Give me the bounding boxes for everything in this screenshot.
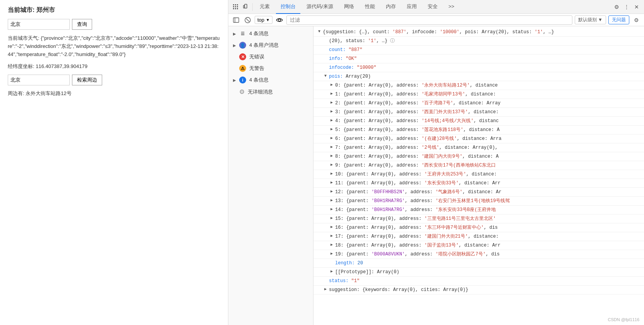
table-row[interactable]: ▶9: {parent: Array(0), address: '西长安街17号… bbox=[313, 161, 644, 170]
tab-performance[interactable]: 性能 bbox=[360, 0, 380, 14]
sidebar-item-errors[interactable]: ▶ ✕ 无错误 bbox=[228, 51, 313, 63]
mobile-icon[interactable] bbox=[242, 3, 250, 11]
sidebar-item-verbose[interactable]: ▶ ⚙ 无详细消息 bbox=[228, 86, 313, 98]
expand-btn[interactable]: ▶ bbox=[329, 109, 334, 114]
table-row[interactable]: ▶10: {parent: Array(0), address: '王府井大街2… bbox=[313, 170, 644, 179]
clear-console-icon[interactable] bbox=[243, 15, 252, 25]
left-panel: 当前城市: 郑州市 查询 当前城市天气: {"province":"北京","c… bbox=[0, 0, 228, 325]
tab-security[interactable]: 安全 bbox=[423, 0, 442, 14]
tab-network[interactable]: 网络 bbox=[339, 0, 359, 14]
settings-icon[interactable]: ⚙ bbox=[612, 3, 621, 11]
table-row[interactable]: ▶7: {parent: Array(0), address: '2号线', d… bbox=[313, 143, 644, 152]
city-query-button[interactable]: 查询 bbox=[72, 19, 92, 30]
more-icon[interactable]: ⋮ bbox=[622, 3, 631, 11]
nearby-input[interactable] bbox=[8, 75, 70, 85]
default-level-button[interactable]: 默认级别 ▼ bbox=[575, 15, 606, 24]
table-row[interactable]: ▶13: {parent: 'B0H1RHA7RG', address: '右安… bbox=[313, 197, 644, 206]
expand-btn[interactable]: ▶ bbox=[329, 224, 334, 230]
info-icon: i bbox=[239, 77, 246, 83]
console-text: 19: {parent: 'B000A8VUKN', address: '塔院小… bbox=[335, 251, 500, 258]
expand-btn[interactable]: ▶ bbox=[329, 189, 334, 194]
expand-btn[interactable]: ▶ bbox=[329, 91, 334, 96]
sidebar-item-user-messages[interactable]: ▶ 👤 4 条用户消息 bbox=[228, 39, 313, 51]
expand-btn[interactable]: ▶ bbox=[329, 251, 334, 256]
table-row[interactable]: ▶0: {parent: Array(0), address: '永外大街车站路… bbox=[313, 81, 644, 90]
sidebar-item-warnings[interactable]: ▶ ⚠ 无警告 bbox=[228, 63, 313, 74]
table-row[interactable]: ▼pois: Array(20) bbox=[313, 72, 644, 81]
table-row[interactable]: length: 20 bbox=[313, 259, 644, 268]
nearby-button[interactable]: 检索周边 bbox=[72, 75, 102, 85]
expand-btn[interactable]: ▶ bbox=[329, 100, 334, 105]
live-expression-icon[interactable] bbox=[275, 15, 284, 25]
expand-btn[interactable]: ▶ bbox=[329, 144, 334, 150]
table-row[interactable]: ▶17: {parent: Array(0), address: '建国门外大街… bbox=[313, 232, 644, 241]
table-row[interactable]: ▶1: {parent: Array(0), address: '毛家湾胡同甲1… bbox=[313, 90, 644, 99]
city-input[interactable] bbox=[8, 19, 70, 30]
tab-elements[interactable]: 元素 bbox=[255, 0, 274, 14]
console-text: 2: {parent: Array(0), address: '百子湾路7号',… bbox=[335, 100, 500, 107]
expand-btn[interactable]: ▶ bbox=[323, 286, 328, 292]
table-row[interactable]: ▶8: {parent: Array(0), address: '建国门内大街9… bbox=[313, 152, 644, 161]
console-text: 1: {parent: Array(0), address: '毛家湾胡同甲13… bbox=[335, 91, 496, 98]
table-row[interactable]: ▶[[Prototype]]: Array(0) bbox=[313, 268, 644, 277]
close-icon[interactable]: ✕ bbox=[632, 3, 641, 11]
table-row[interactable]: ▶19: {parent: 'B000A8VUKN', address: '塔院… bbox=[313, 250, 644, 259]
expand-btn[interactable]: ▶ bbox=[329, 126, 334, 132]
expand-btn[interactable]: ▶ bbox=[329, 206, 334, 212]
console-text: (20), status: '1', …} ⓘ bbox=[329, 37, 395, 44]
tab-memory[interactable]: 内存 bbox=[381, 0, 401, 14]
console-text: 4: {parent: Array(0), address: '14号线;4号线… bbox=[335, 117, 498, 124]
table-row[interactable]: infocode: "10000" bbox=[313, 63, 644, 72]
expand-btn[interactable]: ▶ bbox=[329, 117, 334, 123]
expand-btn[interactable]: ▶ bbox=[329, 171, 334, 176]
table-row[interactable]: status: "1" bbox=[313, 277, 644, 286]
table-row[interactable]: ▶18: {parent: Array(0), address: '国子监街13… bbox=[313, 241, 644, 250]
table-row[interactable]: ▶5: {parent: Array(0), address: '莲花池东路11… bbox=[313, 126, 644, 134]
expand-btn[interactable]: ▶ bbox=[329, 180, 334, 185]
sidebar-item-info[interactable]: ▶ i 4 条信息 bbox=[228, 74, 313, 86]
expand-btn[interactable]: ▶ bbox=[329, 135, 334, 141]
expand-btn[interactable]: ▶ bbox=[329, 162, 334, 167]
table-row[interactable]: count: "887" bbox=[313, 46, 644, 54]
expand-btn[interactable]: ▼ bbox=[317, 29, 322, 34]
tab-console[interactable]: 控制台 bbox=[276, 0, 300, 14]
console-settings-icon[interactable]: ⚙ bbox=[632, 15, 641, 25]
sidebar-toggle-icon[interactable] bbox=[231, 15, 241, 25]
expand-btn[interactable]: ▶ bbox=[329, 215, 334, 221]
table-row[interactable]: ▶11: {parent: Array(0), address: '东长安街33… bbox=[313, 179, 644, 188]
table-row[interactable]: ▶3: {parent: Array(0), address: '西直门外大街1… bbox=[313, 108, 644, 117]
table-row[interactable]: info: "OK" bbox=[313, 54, 644, 63]
table-row[interactable]: ▶6: {parent: Array(0), address: '(在建)28号… bbox=[313, 134, 644, 143]
expand-btn[interactable]: ▶ bbox=[329, 269, 334, 274]
table-row[interactable]: ▶12: {parent: 'B0FFHHBS2N', address: '气象… bbox=[313, 188, 644, 197]
table-row[interactable]: ▶suggestion: {keywords: Array(0), cities… bbox=[313, 286, 644, 294]
table-row[interactable]: ▶14: {parent: 'B0H1RHA7RG', address: '东长… bbox=[313, 206, 644, 214]
tab-more[interactable]: >> bbox=[444, 0, 459, 14]
table-row[interactable]: ▶16: {parent: Array(0), address: '东三环中路7… bbox=[313, 223, 644, 232]
table-row[interactable]: ▼{suggestion: {…}, count: '887', infocod… bbox=[313, 28, 644, 37]
inspect-icon[interactable] bbox=[231, 3, 240, 11]
expand-btn[interactable]: ▼ bbox=[323, 73, 328, 78]
tab-sources[interactable]: 源代码/来源 bbox=[302, 0, 338, 14]
table-row[interactable]: ▶15: {parent: Array(0), address: '三里屯路11… bbox=[313, 214, 644, 223]
no-issues-button[interactable]: 无问题 bbox=[608, 15, 629, 24]
console-text: 9: {parent: Array(0), address: '西长安街17号(… bbox=[335, 162, 496, 169]
console-text: infocode: "10000" bbox=[329, 64, 376, 71]
table-row[interactable]: ▶4: {parent: Array(0), address: '14号线;4号… bbox=[313, 117, 644, 126]
svg-rect-10 bbox=[243, 5, 245, 8]
expand-btn[interactable]: ▶ bbox=[329, 197, 334, 203]
console-text: 14: {parent: 'B0H1RHA7RG', address: '东长安… bbox=[335, 206, 496, 213]
sidebar-item-messages[interactable]: ▶ ☰ 4 条消息 bbox=[228, 28, 313, 39]
table-row[interactable]: ▶2: {parent: Array(0), address: '百子湾路7号'… bbox=[313, 99, 644, 108]
warning-icon: ⚠ bbox=[239, 65, 246, 72]
context-selector[interactable]: top ▼ bbox=[255, 16, 272, 24]
console-output[interactable]: ▼{suggestion: {…}, count: '887', infocod… bbox=[313, 26, 644, 325]
coord-label: 经纬度坐标: 116.407387,39.904179 bbox=[8, 63, 220, 70]
table-row[interactable]: (20), status: '1', …} ⓘ bbox=[313, 37, 644, 46]
expand-btn[interactable]: ▶ bbox=[329, 233, 334, 238]
expand-btn[interactable]: ▶ bbox=[329, 82, 334, 87]
tab-application[interactable]: 应用 bbox=[402, 0, 421, 14]
expand-btn[interactable]: ▶ bbox=[329, 242, 334, 247]
expand-btn[interactable]: ▶ bbox=[329, 153, 334, 158]
filter-input[interactable] bbox=[286, 15, 572, 25]
